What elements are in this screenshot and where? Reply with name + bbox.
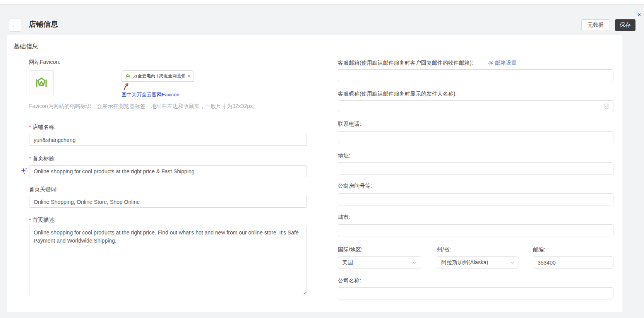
- back-button[interactable]: ←: [9, 19, 21, 32]
- back-arrow-icon: ←: [12, 22, 18, 29]
- home-title-label: *首页标题:: [29, 155, 56, 162]
- tab-close-icon[interactable]: ×: [187, 74, 190, 79]
- favicon-annotation-link[interactable]: 图中为万全云官网Favicon: [122, 91, 180, 98]
- home-title-input[interactable]: [29, 165, 307, 177]
- home-description-textarea[interactable]: Online shopping for cool products at the…: [29, 226, 307, 295]
- tab-title: 万全云电商 | 跨境全网营销整体解: [133, 73, 185, 79]
- shop-name-input[interactable]: [29, 134, 307, 146]
- favicon-upload-box[interactable]: [29, 70, 54, 95]
- home-keywords-input[interactable]: [29, 196, 307, 208]
- save-button[interactable]: 保存: [615, 19, 635, 31]
- company-label: 公司名称:: [338, 277, 361, 284]
- top-strip: [0, 0, 644, 5]
- service-email-row: 客服邮箱(使用默认邮件服务时客户回复邮件的收件邮箱): 邮箱设置: [338, 60, 517, 67]
- shop-name-label: *店铺名称:: [29, 124, 56, 131]
- home-description-label: *首页描述:: [29, 217, 56, 224]
- state-select[interactable]: 阿拉斯加州(Alaska): [437, 256, 519, 268]
- favicon-label: 网站Favicon:: [29, 59, 60, 66]
- address-label: 地址:: [338, 152, 350, 159]
- city-label: 城市:: [338, 214, 350, 221]
- phone-label: 联系电话:: [338, 121, 361, 128]
- section-heading: 基础信息: [14, 43, 38, 51]
- country-label: 国际/地区:: [338, 246, 363, 253]
- annotation-arrow-icon: [123, 82, 130, 91]
- service-nickname-label: 客服昵称(使用默认邮件服务时显示的发件人名称):: [338, 91, 457, 97]
- required-mark: *: [29, 156, 31, 161]
- home-keywords-label: 首页关键词:: [29, 186, 58, 193]
- chevron-down-icon: [412, 260, 417, 265]
- mail-settings-link[interactable]: 邮箱设置: [488, 60, 517, 67]
- ai-sparkle-icon[interactable]: [21, 167, 28, 175]
- required-mark: *: [29, 217, 31, 223]
- address-input[interactable]: [338, 162, 613, 174]
- service-email-input[interactable]: [338, 69, 613, 81]
- company-input[interactable]: [338, 287, 613, 299]
- brand-logo-icon: [33, 75, 50, 91]
- zipcode-input[interactable]: [533, 256, 613, 268]
- store-info-page: « ← 店铺信息 元数据 保存 基础信息 网站Favicon:: [0, 0, 644, 318]
- service-nickname-input[interactable]: [338, 100, 613, 112]
- apartment-input[interactable]: [338, 193, 613, 205]
- service-email-label: 客服邮箱(使用默认邮件服务时客户回复邮件的收件邮箱):: [338, 60, 473, 67]
- phone-input[interactable]: [338, 131, 613, 143]
- gear-icon: [488, 60, 494, 66]
- required-mark: *: [29, 124, 31, 130]
- city-input[interactable]: [338, 224, 613, 236]
- page-title: 店铺信息: [29, 19, 58, 29]
- metadata-button[interactable]: 元数据: [581, 19, 610, 31]
- collapse-panel-icon[interactable]: «: [637, 11, 641, 18]
- check-circle-icon: [603, 103, 610, 109]
- favicon-hint-text: Favicon为网站的缩略标识，会展示在浏览器标签、地址栏左边和收藏夹，一般尺寸…: [29, 103, 258, 110]
- basic-info-card: 基础信息 网站Favicon:: [7, 35, 622, 312]
- apartment-label: 公寓房间号等:: [338, 183, 372, 190]
- state-label: 州/省:: [437, 246, 451, 253]
- browser-tab-preview: 万全云电商 | 跨境全网营销整体解 ×: [122, 70, 194, 82]
- zipcode-label: 邮编:: [533, 246, 545, 253]
- chevron-down-icon: [510, 260, 515, 265]
- country-select[interactable]: 美国: [338, 256, 421, 268]
- tab-favicon-icon: [125, 73, 131, 79]
